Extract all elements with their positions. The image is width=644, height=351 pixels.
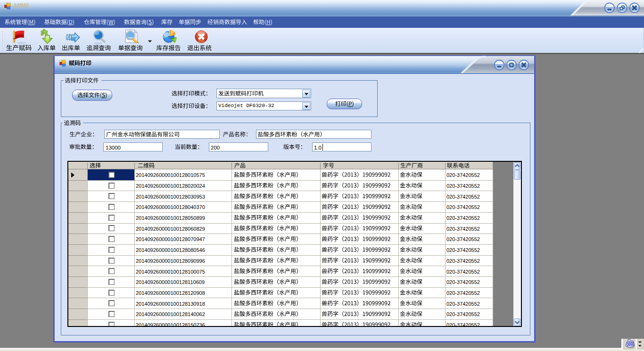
- svg-text:AMMS: AMMS: [14, 2, 29, 9]
